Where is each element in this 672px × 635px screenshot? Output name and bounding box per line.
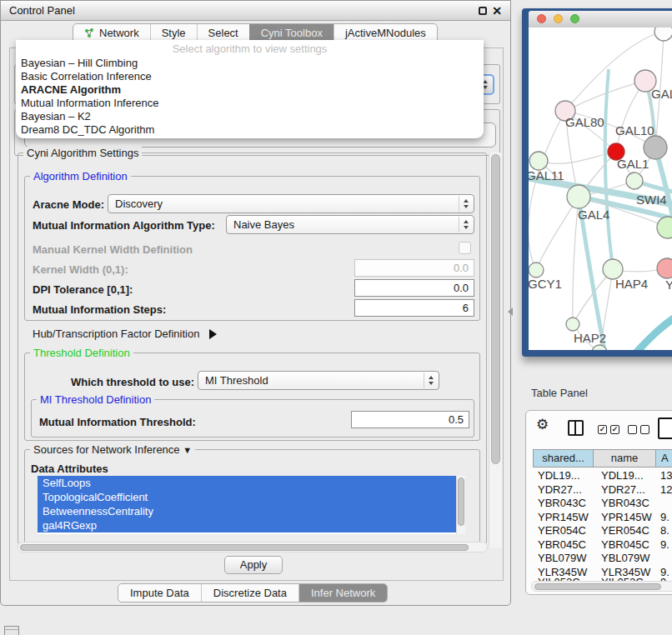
hub-definition-label: Hub/Transcription Factor Definition (33, 328, 199, 340)
dropdown-item-bayesian-k2[interactable]: Bayesian – K2 (19, 110, 91, 123)
settings-group-title: Cyni Algorithm Settings (23, 147, 142, 159)
tab-jactivemnodules[interactable]: jActiveMNodules (333, 24, 437, 42)
node-label-y-cut: Y (665, 278, 672, 292)
list-vertical-scrollbar[interactable] (456, 476, 465, 534)
node-label-hap2: HAP2 (574, 331, 606, 345)
column-header-clipped[interactable]: A (656, 449, 672, 468)
apply-button[interactable]: Apply (224, 556, 283, 574)
dropdown-item-mutual-information[interactable]: Mutual Information Inference (19, 97, 158, 110)
list-item-topologicalcoefficient[interactable]: TopologicalCoefficient (38, 490, 456, 504)
mi-steps-field[interactable]: 6 (354, 299, 474, 317)
network-icon (84, 28, 95, 38)
expand-arrow-icon (209, 329, 217, 339)
list-item-betweennesscentrality[interactable]: BetweennessCentrality (38, 504, 456, 518)
dropdown-item-dream8[interactable]: Dream8 DC_TDC Algorithm (19, 123, 154, 137)
checked-checkbox-icon[interactable]: ✓ (598, 425, 607, 434)
manual-kernel-label: Manual Kernel Width Definition (33, 243, 193, 256)
sources-title: Sources for Network Inference (33, 443, 180, 456)
mi-threshold-field[interactable]: 0.5 (351, 411, 469, 428)
node-label-swi4: SWI4 (636, 192, 667, 207)
minimized-window-icon[interactable] (4, 626, 19, 635)
tab-network[interactable]: Network (73, 24, 150, 42)
tab-cyni-toolbox[interactable]: Cyni Toolbox (249, 24, 333, 42)
kernel-width-field[interactable]: 0.0 (354, 259, 474, 277)
settings-vertical-scrollbar[interactable] (489, 152, 502, 548)
column-layout-icon[interactable] (568, 420, 584, 436)
cell-value: 9. (660, 511, 669, 524)
cell-value: 12 (660, 483, 672, 497)
node-label-gcy1: GCY1 (529, 277, 562, 291)
app-root: Control Panel ✕ Network Style Select Cyn… (0, 0, 672, 635)
settings-horizontal-scrollbar[interactable] (18, 542, 488, 552)
gear-icon[interactable]: ⚙ (536, 416, 549, 433)
column-header-shared-name[interactable]: shared... (533, 449, 594, 468)
mi-type-label: Mutual Information Algorithm Type: (33, 219, 215, 232)
cell-name: YBL079W (601, 552, 650, 565)
aracne-mode-label: Aracne Mode: (33, 198, 104, 211)
node-gal11[interactable] (529, 152, 548, 170)
edge (629, 309, 672, 350)
tab-impute-data[interactable]: Impute Data (118, 584, 201, 602)
node-label-gal-cut: GAL (651, 87, 672, 101)
table-panel: ⚙ ✓ ✓ shared... name A YDL19... YDL19...… (525, 410, 672, 595)
which-threshold-combo[interactable]: MI Threshold (198, 371, 439, 390)
node-hap2[interactable] (566, 318, 579, 331)
dpi-tolerance-label: DPI Tolerance [0,1]: (33, 283, 133, 296)
mi-threshold-definition-title: MI Threshold Definition (37, 393, 154, 406)
aracne-mode-combo[interactable]: Discovery (108, 194, 474, 213)
document-icon[interactable] (658, 418, 672, 439)
panel-splitter-collapse-icon[interactable] (508, 308, 513, 316)
close-traffic-light-icon[interactable] (537, 14, 546, 23)
unchecked-checkbox-icon[interactable] (628, 425, 637, 434)
node[interactable] (654, 28, 672, 41)
checked-checkbox-icon[interactable]: ✓ (610, 425, 619, 434)
which-threshold-value: MI Threshold (205, 374, 268, 387)
node-label-gal1: GAL1 (617, 157, 649, 171)
tab-select-label: Select (208, 24, 238, 42)
tab-discretize-data[interactable]: Discretize Data (201, 584, 298, 602)
minimize-traffic-light-icon[interactable] (554, 14, 563, 23)
cell-shared-name: YDL19... (538, 469, 580, 482)
table-horizontal-scrollbar[interactable] (531, 581, 672, 592)
node-gcy1[interactable] (529, 262, 544, 278)
node-label-hap4: HAP4 (615, 277, 648, 291)
tab-network-label: Network (99, 24, 139, 42)
kernel-width-label: Kernel Width (0,1): (33, 263, 128, 276)
combo-stepper-icon (424, 372, 438, 388)
list-item-selfloops[interactable]: SelfLoops (38, 476, 456, 490)
algorithm-dropdown-popup: Select algorithm to view settings Bayesi… (16, 40, 484, 138)
unchecked-checkbox-icon[interactable] (640, 425, 649, 434)
cell-value: 13 (660, 469, 672, 482)
close-icon[interactable]: ✕ (492, 3, 502, 18)
column-header-name[interactable]: name (594, 449, 656, 468)
tab-select[interactable]: Select (197, 24, 249, 42)
cell-name: YDR27... (601, 483, 645, 497)
control-panel-titlebar: Control Panel ✕ (1, 1, 510, 21)
hub-definition-section[interactable]: Hub/Transcription Factor Definition (33, 328, 217, 340)
network-window-titlebar[interactable] (529, 11, 672, 28)
node-gal1[interactable] (626, 172, 643, 189)
tab-infer-network[interactable]: Infer Network (298, 584, 387, 602)
list-item-gal4rgexp[interactable]: gal4RGexp (38, 518, 456, 532)
manual-kernel-checkbox[interactable] (459, 242, 471, 254)
mi-threshold-label: Mutual Information Threshold: (39, 416, 196, 428)
dpi-tolerance-field[interactable]: 0.0 (354, 279, 474, 297)
dropdown-item-bayesian-hill[interactable]: Bayesian – Hill Climbing (19, 57, 138, 70)
cell-value: 8. (660, 524, 669, 538)
node-salmon[interactable] (657, 258, 672, 278)
dropdown-item-basic-correlation[interactable]: Basic Correlation Inference (19, 70, 152, 83)
tab-jactivemnodules-label: jActiveMNodules (345, 24, 426, 42)
float-window-icon[interactable] (479, 7, 487, 15)
tab-style[interactable]: Style (150, 24, 197, 42)
node-gal10[interactable] (644, 136, 667, 159)
sources-title-wrap[interactable]: Sources for Network Inference ▼ (30, 443, 195, 457)
node-gal4[interactable] (567, 185, 590, 208)
node-swi4[interactable] (657, 217, 672, 238)
network-view-window[interactable]: GAL80 GAL10 GAL11 GAL1 SWI4 GAL4 GCY1 HA… (522, 8, 672, 357)
cell-name: YER054C (601, 524, 649, 538)
network-canvas[interactable]: GAL80 GAL10 GAL11 GAL1 SWI4 GAL4 GCY1 HA… (529, 28, 672, 350)
dropdown-placeholder[interactable]: Select algorithm to view settings (16, 42, 484, 56)
zoom-traffic-light-icon[interactable] (570, 14, 579, 23)
mi-type-combo[interactable]: Naive Bayes (226, 215, 474, 234)
dropdown-item-aracne[interactable]: ARACNE Algorithm (19, 83, 121, 97)
